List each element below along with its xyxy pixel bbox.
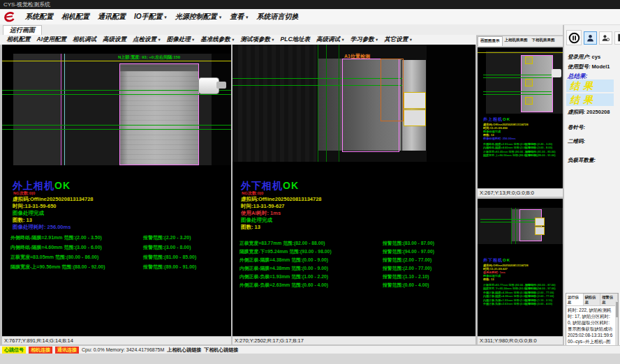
menu-item[interactable]: 查看 ▾ [226,10,252,23]
toolbar-button[interactable]: 学习参数 ▾ [347,36,381,44]
measurement-alarm-range: 报警范围:(1.10 - 2.10) [383,273,429,280]
measurement-row: 外侧终纸-隔膜=2.91mm 范围:(2.00 - 3.50) 报警范围:(2.… [10,234,231,244]
effect-image-upper[interactable] [478,51,563,114]
menu-item[interactable]: IO手配置 ▾ [130,10,171,23]
measurement-alarm-range: 报警范围:(81.00 - 85.00) [143,254,196,261]
ok-status: OK [54,180,71,191]
tab-highlight-cell [535,227,545,235]
virtual-code-label: 虚拟码: [568,109,585,115]
measurement-value: 外侧正极-隔膜=4.38mm 范围:(0.00 - 9.00) [239,257,328,262]
toolbar-button[interactable]: 点检设置 ▾ [130,36,164,44]
login-user-button[interactable] [584,31,597,45]
exit-button[interactable] [614,31,620,45]
log-scrollbar[interactable] [615,301,618,352]
toolbar-button-label: 高级设置 [103,36,126,43]
result-badge-1: 结果 [566,79,614,92]
measurement-value: 正极宽度=83.77mm 范围:(82.00 - 88.00) [239,241,325,245]
ok-status: OK [283,180,299,191]
menu-item[interactable]: 光源控制配置 ▾ [171,10,226,23]
operator-settings-button[interactable] [599,31,612,45]
measurement-alarm-range: 报警范围:(81.00 - 85.00) [525,150,556,153]
toolbar-button[interactable]: 图像处理 ▾ [163,36,198,44]
time-line: 时间:13-31-59-627 [241,203,285,210]
menu-item[interactable]: 系统语言切换 [252,10,302,23]
effect-view-upper[interactable]: 外上相机OK 虚拟码:Offline2025020813134728 时间:13… [478,47,563,197]
tab-run-screen[interactable]: 运行画面 [3,25,42,35]
toolbar-button-label: 相机配置 [7,36,31,43]
model-value[interactable]: Model1 [592,63,610,70]
window-titlebar: CYS-视觉检测系统 [0,0,620,9]
toolbar-button[interactable]: 相机调试 [70,36,100,44]
effect-view-lower[interactable]: 外下相机OK 虚拟码:Offline2025020813134728 时间:13… [478,199,563,344]
app-window: CYS-视觉检测系统 系统配置 相机配置 通讯配置 IO手配置 ▾ 光源控制配置… [0,0,620,364]
camera-view-upper[interactable]: N上部;宽度: 93; +0;左右间隔:150 外上相机OK NG次数:0|0 … [2,45,231,344]
negative-tab-count-label: 负极耳数量: [568,157,596,164]
tab-highlight-cell [535,218,545,226]
pause-circle-icon [568,32,580,44]
user-icon [586,33,595,43]
measurement-row: 隔膜宽度-上=90.56mm 范围:(88.00 - 92.00) 报警范围:(… [483,153,560,157]
menu-item[interactable]: 通讯配置 [94,10,130,23]
frame-count-line: 图数: 13 [241,224,260,231]
scrollbar-thumb[interactable] [616,302,618,317]
log-tab[interactable]: 缺陷信息 [584,294,601,305]
toolbar-button-label: 其它设置 [384,36,408,43]
connector-blob [552,69,561,77]
camera-name: 外上相机 [13,180,54,191]
pixel-coordinate-bar: X:311;Y:980;R:0;G:0;B:0 [478,336,563,344]
measurement-value: 正极宽度=83.05mm 范围:(80.00 - 86.00) [10,255,98,259]
camera-name: 外上相机 [483,117,503,121]
toolbar-button[interactable]: 相机配置 [3,36,34,44]
measurement-alarm-range: 报警范围:(1.10 - 2.10) [525,298,552,302]
toolbar-button[interactable]: 基准线参数 ▾ [198,36,237,44]
toolbar-button[interactable]: 其它设置 ▾ [381,36,415,44]
effect-view-tab[interactable]: 上相机效果图 [503,36,530,46]
image-gray-band [13,54,62,165]
connector-tail [216,82,226,89]
log-tab[interactable]: 运行信息 [566,294,584,305]
pixel-coordinate-bar: X:270;Y:2502;R:17;G:17;B:17 [232,336,475,344]
measurement-value: 隔膜宽度-下=95.24mm 范围:(93.00 - 98.00) [239,249,332,254]
menu-item-label: 通讯配置 [98,13,126,20]
menu-item[interactable]: 相机配置 [57,10,94,23]
effect-view-tab[interactable]: 下相机效果图 [530,36,557,46]
menu-item[interactable]: 系统配置 [21,10,57,23]
menu-items: 系统配置 相机配置 通讯配置 IO手配置 ▾ 光源控制配置 ▾ 查看 ▾ 系统语… [21,10,302,23]
yellow-marker [525,79,533,86]
ok-status: OK [503,258,510,262]
toolbar-button[interactable]: 测试项参数 ▾ [237,36,277,44]
measurement-value: 内侧终纸-隔膜=4.60mm 范围:(3.00 - 6.00) [10,245,102,250]
chevron-down-icon: ▾ [164,15,167,20]
pixel-coordinate-bar: X:267;Y:13;R:0;G:0;B:0 [478,188,563,197]
user-badge-icon [601,33,610,43]
ai-elapsed-line: 使用AI耗时: 1ms [241,210,281,217]
effect-view-tab[interactable]: 画面图显示 [478,36,503,46]
barcode-line: 虚拟码:Offline2025020813134728 [13,196,94,203]
yellow-reference-line [2,61,231,61]
camera-image-upper[interactable]: N上部;宽度: 93; +0;左右间隔:150 [2,54,231,165]
toolbar-button-label: 基准线参数 [200,36,230,43]
measurement-alarm-range: 报警范围:(89.00 - 91.00) [143,264,196,271]
toolbar-button[interactable]: AI使用配置 [34,36,70,44]
qr-code-label: 二维码: [568,138,585,145]
chevron-down-icon: ▾ [376,37,378,42]
toolbar-button[interactable]: 高级设置 [100,36,130,44]
brand-logo-icon [3,11,17,23]
measurement-list: 外侧终纸-隔膜=2.91mm 范围:(2.00 - 3.50) 报警范围:(2.… [483,142,560,158]
measure-line [483,94,552,95]
camera-image-lower[interactable]: A1位置检测 [232,45,475,162]
measurement-alarm-range: 报警范围:(3.00 - 8.00) [143,244,191,251]
effect-image-lower[interactable] [478,208,563,244]
exit-door-icon [617,33,620,43]
toolbar-button[interactable]: 高级调试 ▾ [313,36,348,44]
measurement-alarm-range: 报警范围:(2.20 - 3.20) [525,142,552,146]
log-panel[interactable]: 运行信息 缺陷信息 报警信息 耗时: 222, 缺陷检测耗时: 17, 缺陷分区… [566,293,619,353]
toolbar-button-label: 点检设置 [133,36,156,43]
pause-button[interactable] [566,30,582,45]
camera-result-title: 外下相机OK [483,257,510,264]
chevron-down-icon: ▾ [232,37,234,42]
toolbar-button[interactable]: PLC地址表 [277,36,313,44]
camera-view-lower[interactable]: A1位置检测 外下相机OK NG次数:0|0 虚拟码:Offline202502… [232,45,475,344]
image-dark-band [62,54,119,165]
cpu-memory-status: Cpu: 0.0% Memory: 3424.41796875M [82,347,164,352]
